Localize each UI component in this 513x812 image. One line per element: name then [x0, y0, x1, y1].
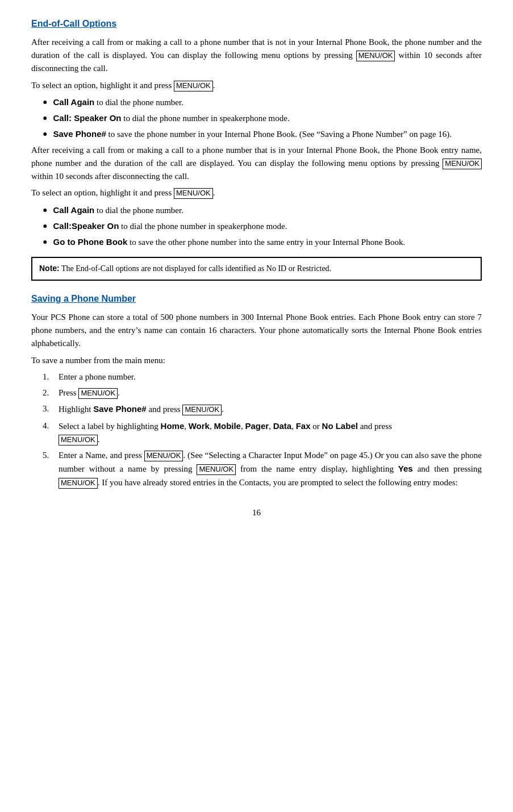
page-number: 16 — [31, 506, 482, 519]
bullet-1-text: to dial the phone number. — [94, 98, 183, 107]
step-1-content: Enter a phone number. — [59, 370, 482, 384]
bullet-4-content: Call Again to dial the phone number. — [53, 203, 482, 217]
menu-ok-key-7: MENU/OK — [59, 435, 98, 445]
home-term: Home — [161, 421, 185, 431]
saving-para2-text: To save a number from the main menu: — [31, 356, 165, 365]
step-4-content: Select a label by highlighting Home, Wor… — [59, 419, 482, 447]
menu-ok-key-5: MENU/OK — [78, 388, 118, 399]
para2-end: . — [213, 81, 215, 90]
para4-end: . — [213, 188, 215, 197]
steps-list: Enter a phone number. Press MENU/OK. Hig… — [31, 370, 482, 489]
bullet-2-term: Call: Speaker On — [53, 113, 121, 123]
bullet-5-content: Call:Speaker On to dial the phone number… — [53, 219, 482, 233]
step-5-content: Enter a Name, and press MENU/OK. (See “S… — [59, 449, 482, 489]
note-box: Note: The End-of-Call options are not di… — [31, 257, 482, 281]
bullet-3-text: to save the phone number in your Interna… — [106, 130, 452, 139]
no-label-term: No Label — [322, 421, 358, 431]
menu-ok-key-10: MENU/OK — [59, 478, 98, 489]
list-item: Call:Speaker On to dial the phone number… — [31, 219, 482, 233]
saving-section: Saving a Phone Number Your PCS Phone can… — [31, 292, 482, 489]
end-of-call-para2: To select an option, highlight it and pr… — [31, 79, 482, 92]
bullet-6-term: Go to Phone Book — [53, 237, 127, 247]
yes-term: Yes — [398, 464, 413, 473]
end-of-call-para4: To select an option, highlight it and pr… — [31, 186, 482, 199]
para2-text: To select an option, highlight it and pr… — [31, 81, 174, 90]
saving-heading: Saving a Phone Number — [31, 292, 482, 306]
bullet-6-content: Go to Phone Book to save the other phone… — [53, 235, 482, 249]
list-item: Press MENU/OK. — [31, 386, 482, 399]
saving-para1: Your PCS Phone can store a total of 500 … — [31, 311, 482, 351]
bullet-1-content: Call Again to dial the phone number. — [53, 95, 482, 109]
menu-ok-key-6: MENU/OK — [182, 405, 222, 415]
bullet-3-term: Save Phone# — [53, 129, 106, 139]
end-of-call-heading: End-of-Call Options — [31, 17, 482, 31]
bullets-list-2: Call Again to dial the phone number. Cal… — [31, 203, 482, 249]
menu-ok-key-8: MENU/OK — [144, 451, 183, 461]
list-item: Call Again to dial the phone number. — [31, 95, 482, 109]
saving-para2: To save a number from the main menu: — [31, 354, 482, 367]
save-phone-term: Save Phone# — [93, 404, 146, 414]
bullets-list-1: Call Again to dial the phone number. Cal… — [31, 95, 482, 141]
work-term: Work — [189, 421, 210, 431]
menu-ok-key-4: MENU/OK — [174, 188, 213, 199]
list-item: Call: Speaker On to dial the phone numbe… — [31, 111, 482, 125]
end-of-call-section: End-of-Call Options After receiving a ca… — [31, 17, 482, 281]
note-text: The End-of-Call options are not displaye… — [60, 264, 331, 273]
bullet-2-content: Call: Speaker On to dial the phone numbe… — [53, 111, 482, 125]
end-of-call-para3: After receiving a call from or making a … — [31, 144, 482, 184]
list-item: Enter a phone number. — [31, 370, 482, 384]
para3-text: After receiving a call from or making a … — [31, 145, 482, 168]
menu-ok-key-1: MENU/OK — [356, 51, 395, 61]
list-item: Select a label by highlighting Home, Wor… — [31, 419, 482, 447]
step-2-content: Press MENU/OK. — [59, 386, 482, 399]
note-label: Note: — [39, 264, 60, 273]
bullet-4-term: Call Again — [53, 205, 94, 215]
list-item: Enter a Name, and press MENU/OK. (See “S… — [31, 449, 482, 489]
data-term: Data — [273, 421, 292, 431]
bullet-5-term: Call:Speaker On — [53, 221, 119, 231]
list-item: Go to Phone Book to save the other phone… — [31, 235, 482, 249]
bullet-2-text: to dial the phone number in speakerphone… — [122, 114, 290, 123]
list-item: Save Phone# to save the phone number in … — [31, 127, 482, 141]
para4-text: To select an option, highlight it and pr… — [31, 188, 174, 197]
step-3-content: Highlight Save Phone# and press MENU/OK. — [59, 402, 482, 416]
saving-para1-text: Your PCS Phone can store a total of 500 … — [31, 313, 482, 348]
mobile-term: Mobile — [214, 421, 241, 431]
pager-term: Pager — [245, 421, 269, 431]
menu-ok-key-2: MENU/OK — [174, 81, 213, 91]
end-of-call-para1: After receiving a call from or making a … — [31, 36, 482, 76]
list-item: Highlight Save Phone# and press MENU/OK. — [31, 402, 482, 416]
menu-ok-key-3: MENU/OK — [443, 159, 482, 169]
bullet-4-text: to dial the phone number. — [94, 206, 183, 215]
para3-cont: within 10 seconds after disconnecting th… — [31, 172, 189, 181]
fax-term: Fax — [296, 421, 311, 431]
bullet-1-term: Call Again — [53, 97, 94, 107]
bullet-5-text: to dial the phone number in speakerphone… — [119, 222, 287, 231]
menu-ok-key-9: MENU/OK — [197, 464, 236, 475]
list-item: Call Again to dial the phone number. — [31, 203, 482, 217]
bullet-6-text: to save the other phone number into the … — [127, 238, 405, 247]
bullet-3-content: Save Phone# to save the phone number in … — [53, 127, 482, 141]
